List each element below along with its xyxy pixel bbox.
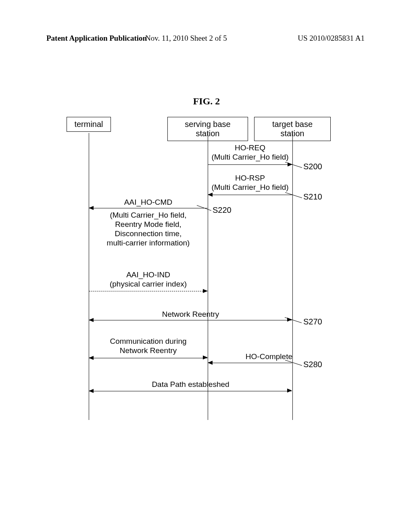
leader-s210 bbox=[285, 192, 302, 198]
msg-ho-ind-sub: (physical carrier index) bbox=[89, 279, 208, 289]
step-s200: S200 bbox=[303, 162, 322, 171]
msg-ho-rsp-sub: (Multi Carrier_Ho field) bbox=[208, 183, 292, 192]
actor-terminal: terminal bbox=[67, 117, 111, 132]
step-s280: S280 bbox=[303, 360, 322, 369]
msg-ho-ind: AAI_HO-IND (physical carrier index) bbox=[89, 270, 208, 289]
figure-title: FIG. 2 bbox=[0, 96, 413, 107]
header-mid: Nov. 11, 2010 Sheet 2 of 5 bbox=[145, 34, 227, 43]
msg-data-path: Data Path estableshed bbox=[89, 380, 292, 389]
arrow-ho-req bbox=[208, 164, 292, 165]
actor-terminal-label: terminal bbox=[74, 120, 103, 129]
msg-ho-req-sub: (Multi Carrier_Ho field) bbox=[208, 152, 292, 162]
msg-ho-req: HO-REQ (Multi Carrier_Ho field) bbox=[208, 143, 292, 162]
msg-network-reentry: Network Reentry bbox=[89, 310, 292, 319]
msg-ho-complete: HO-Complete bbox=[208, 352, 295, 361]
msg-ho-ind-title: AAI_HO-IND bbox=[89, 270, 208, 279]
arrow-network-reentry-l bbox=[89, 320, 292, 320]
msg-ho-cmd-line3: Disconnection time, bbox=[89, 229, 208, 238]
arrow-comm-l bbox=[89, 358, 207, 358]
arrow-data-path-l bbox=[89, 391, 292, 391]
header-right: US 2010/0285831 A1 bbox=[298, 34, 365, 43]
step-s210: S210 bbox=[303, 192, 322, 202]
arrow-ho-cmd bbox=[89, 208, 207, 208]
msg-ho-rsp: HO-RSP (Multi Carrier_Ho field) bbox=[208, 173, 292, 192]
msg-ho-cmd-line1: (Multi Carrier_Ho field, bbox=[89, 210, 208, 220]
msg-ho-cmd-line4: multi-carrier information) bbox=[89, 238, 208, 247]
arrow-ho-ind bbox=[89, 291, 207, 291]
msg-comm-during: Communication during Network Reentry bbox=[89, 337, 208, 355]
page: Patent Application Publication Nov. 11, … bbox=[0, 0, 413, 532]
arrow-ho-complete bbox=[208, 363, 292, 363]
step-s220: S220 bbox=[213, 206, 232, 215]
sequence-diagram: terminal serving base station target bas… bbox=[69, 117, 351, 419]
step-s270: S270 bbox=[303, 317, 322, 326]
msg-ho-rsp-title: HO-RSP bbox=[208, 173, 292, 183]
msg-ho-cmd-body: (Multi Carrier_Ho field, Reentry Mode fi… bbox=[89, 210, 208, 247]
msg-ho-cmd-line2: Reentry Mode field, bbox=[89, 220, 208, 229]
arrow-ho-rsp bbox=[208, 195, 292, 195]
msg-ho-req-title: HO-REQ bbox=[208, 143, 292, 152]
lifeline-target bbox=[292, 133, 293, 420]
msg-ho-cmd-title: AAI_HO-CMD bbox=[89, 197, 208, 207]
msg-comm-line1: Communication during bbox=[89, 337, 208, 346]
msg-comm-line2: Network Reentry bbox=[89, 346, 208, 355]
header-left: Patent Application Publication bbox=[46, 34, 147, 43]
